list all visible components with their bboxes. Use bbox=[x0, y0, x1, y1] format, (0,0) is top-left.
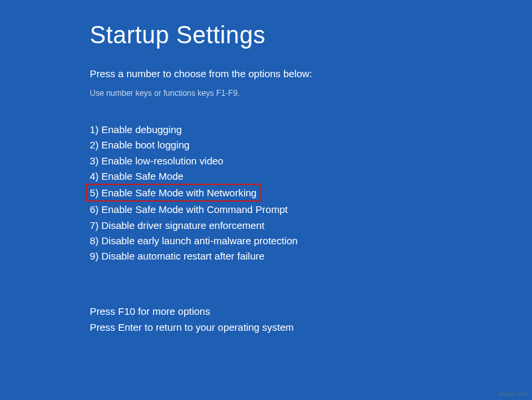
key-hint: Use number keys or functions keys F1-F9. bbox=[90, 89, 532, 98]
option-2-boot-logging[interactable]: 2) Enable boot logging bbox=[90, 137, 190, 152]
startup-settings-screen: Startup Settings Press a number to choos… bbox=[0, 0, 532, 335]
instruction-text: Press a number to choose from the option… bbox=[90, 68, 532, 79]
footer-instructions: Press F10 for more options Press Enter t… bbox=[90, 303, 532, 335]
options-list: 1) Enable debugging 2) Enable boot loggi… bbox=[90, 122, 532, 264]
option-8-disable-anti-malware[interactable]: 8) Disable early launch anti-malware pro… bbox=[90, 233, 298, 248]
option-4-safe-mode[interactable]: 4) Enable Safe Mode bbox=[90, 168, 184, 184]
footer-enter: Press Enter to return to your operating … bbox=[90, 319, 532, 335]
option-6-safe-mode-cmd[interactable]: 6) Enable Safe Mode with Command Prompt bbox=[90, 202, 288, 217]
watermark: wsxdn.com bbox=[498, 391, 528, 397]
page-title: Startup Settings bbox=[90, 21, 532, 49]
footer-f10: Press F10 for more options bbox=[90, 303, 532, 319]
option-1-debugging[interactable]: 1) Enable debugging bbox=[90, 122, 182, 137]
option-3-low-res-video[interactable]: 3) Enable low-resolution video bbox=[90, 153, 223, 168]
option-5-safe-mode-networking[interactable]: 5) Enable Safe Mode with Networking bbox=[86, 184, 261, 202]
option-9-disable-auto-restart[interactable]: 9) Disable automatic restart after failu… bbox=[90, 248, 265, 264]
option-7-disable-driver-sig[interactable]: 7) Disable driver signature enforcement bbox=[90, 218, 265, 233]
